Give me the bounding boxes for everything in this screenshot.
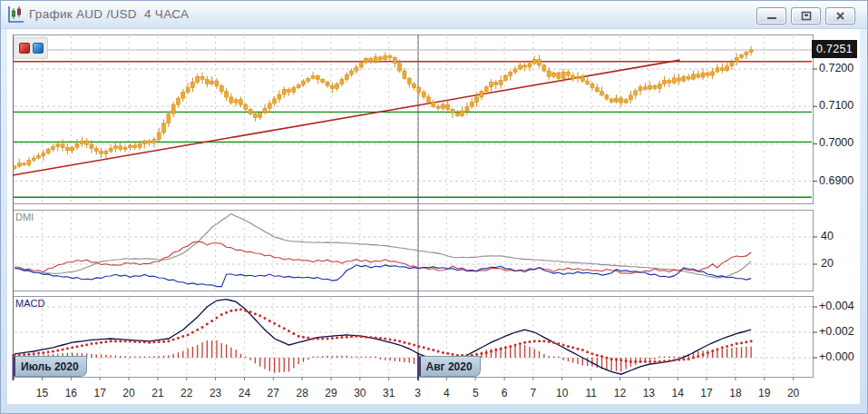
restore-button[interactable] <box>791 7 821 25</box>
red-square-button[interactable] <box>19 43 30 54</box>
close-button[interactable] <box>825 7 855 25</box>
series-color-toolbar <box>14 37 48 59</box>
title-bar: График AUD /USD 4 ЧАСА <box>1 1 867 29</box>
blue-square-button[interactable] <box>33 43 44 54</box>
candlestick-chart-icon <box>5 5 25 25</box>
minimize-button[interactable] <box>756 7 786 25</box>
restore-icon <box>801 11 812 21</box>
minimize-icon <box>766 12 777 21</box>
chart-content-area <box>7 28 860 404</box>
close-icon <box>835 11 845 21</box>
window-controls <box>756 7 855 25</box>
window-title: График AUD /USD 4 ЧАСА <box>29 7 189 21</box>
